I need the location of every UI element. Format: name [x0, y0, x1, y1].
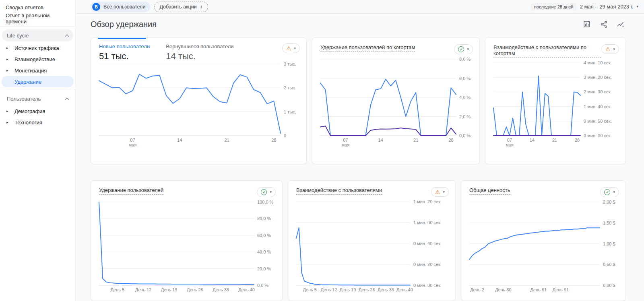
svg-text:0,00 $: 0,00 $ — [603, 283, 615, 288]
sidebar-item-label: Демография — [14, 108, 45, 114]
svg-text:1,00 $: 1,00 $ — [603, 241, 615, 246]
svg-text:14: 14 — [378, 138, 383, 142]
warning-icon: ⚠ — [435, 189, 440, 195]
data-quality-dropdown[interactable]: ✓ ▾ — [454, 44, 473, 54]
share-button[interactable] — [599, 19, 609, 29]
sidebar-item-label: Отчет в реальном времени — [6, 12, 70, 25]
svg-text:40,0 %: 40,0 % — [257, 249, 271, 254]
svg-text:28: 28 — [271, 138, 276, 142]
svg-text:День 19: День 19 — [161, 287, 178, 292]
chevron-down-icon: ▾ — [294, 47, 296, 50]
sidebar-item-label: Монетизация — [14, 68, 47, 74]
data-quality-dropdown[interactable]: ⚠ ▾ — [282, 43, 300, 53]
check-circle-icon: ✓ — [261, 189, 267, 195]
expand-arrow-icon: ▸ — [6, 120, 14, 124]
svg-text:28: 28 — [448, 138, 453, 142]
users-over-time-chart[interactable]: 3 тыс.2 тыс.1 тыс.007мая142128 — [98, 62, 301, 150]
chevron-down-icon: ▾ — [443, 190, 445, 194]
card-cohort-engagement: Взаимодействие с пользователями по когор… — [485, 37, 626, 164]
svg-text:21: 21 — [413, 138, 418, 142]
tab-new-users[interactable]: Новые пользователи 51 тыс. — [99, 43, 150, 62]
sidebar-item-engagement[interactable]: ▸ Взаимодействие — [2, 54, 74, 65]
sidebar-item-label: Удержание — [14, 79, 41, 85]
svg-text:День 19: День 19 — [340, 287, 356, 292]
svg-text:1 мин. 20 сек.: 1 мин. 20 сек. — [413, 199, 442, 204]
audience-chip[interactable]: B Все пользователи — [91, 2, 150, 12]
sidebar-item-label: Технология — [14, 120, 42, 126]
insights-button[interactable] — [615, 19, 626, 29]
chevron-down-icon: ▾ — [467, 47, 469, 51]
chevron-down-icon: ▾ — [613, 190, 615, 194]
sidebar-item-realtime[interactable]: Отчет в реальном времени — [0, 13, 75, 24]
svg-text:0,0 %: 0,0 % — [459, 133, 471, 138]
svg-text:День 26: День 26 — [359, 287, 375, 292]
svg-text:0,0 %: 0,0 % — [257, 283, 268, 288]
svg-text:0: 0 — [284, 133, 286, 138]
sidebar-section-user[interactable]: Пользователь — [2, 93, 73, 105]
sidebar-item-tech[interactable]: ▸ Технология — [2, 117, 74, 128]
date-range-selector[interactable]: 2 мая – 29 мая 2023 г. — [580, 4, 634, 10]
card-cohort-retention: Удержание пользователей по когортам ✓ ▾ … — [312, 37, 480, 164]
svg-text:07: 07 — [343, 138, 348, 142]
svg-text:День 5: День 5 — [111, 287, 125, 292]
expand-arrow-icon: ▸ — [6, 68, 14, 72]
card-lifetime-value: Общая ценность ✓ ▾ 2,00 $1,50 $1,00 $0,5… — [461, 180, 626, 301]
reports-sidebar: Сводка отчетов Отчет в реальном времени … — [0, 0, 76, 301]
svg-text:1 мин. 00 сек.: 1 мин. 00 сек. — [413, 220, 442, 225]
svg-text:День 40: День 40 — [396, 287, 413, 292]
data-quality-dropdown[interactable]: ✓ ▾ — [257, 187, 276, 197]
data-quality-dropdown[interactable]: ⚠ ▾ — [601, 44, 619, 54]
svg-text:День 91: День 91 — [552, 287, 569, 292]
svg-text:07: 07 — [507, 138, 512, 142]
customize-report-button[interactable] — [582, 19, 592, 29]
svg-text:День 33: День 33 — [378, 287, 394, 292]
lifetime-value-chart[interactable]: 2,00 $1,50 $1,00 $0,50 $0,00 $День 2День… — [469, 200, 620, 296]
page-header: Обзор удержания — [76, 14, 644, 29]
user-retention-chart[interactable]: 100,0 %80,0 %60,0 %40,0 %20,0 %0,0 %День… — [98, 200, 277, 296]
sidebar-item-retention[interactable]: Удержание — [2, 76, 74, 87]
sidebar-section-lifecycle[interactable]: Life cycle — [2, 29, 73, 41]
svg-text:1,50 $: 1,50 $ — [603, 221, 615, 225]
sidebar-item-label: Сводка отчетов — [6, 4, 43, 10]
svg-text:60,0 %: 60,0 % — [257, 233, 271, 238]
svg-text:21: 21 — [224, 138, 229, 142]
cohort-engagement-chart[interactable]: 4 мин. 10 сек.3 мин. 20 сек.2 мин. 30 се… — [493, 60, 620, 150]
data-quality-dropdown[interactable]: ✓ ▾ — [600, 187, 619, 197]
metric-value: 51 тыс. — [99, 51, 150, 62]
cards-row-2: Удержание пользователей ✓ ▾ 100,0 %80,0 … — [76, 180, 644, 301]
svg-text:День 40: День 40 — [238, 287, 255, 292]
sidebar-item-monetization[interactable]: ▸ Монетизация — [2, 65, 74, 76]
insights-icon — [617, 21, 625, 28]
svg-text:1 мин. 40 сек.: 1 мин. 40 сек. — [584, 104, 612, 109]
svg-text:4 мин. 10 сек.: 4 мин. 10 сек. — [584, 60, 612, 65]
card-title: Взаимодействие с пользователями по когор… — [493, 44, 601, 58]
svg-text:День 30: День 30 — [495, 287, 512, 292]
sidebar-item-acquisition[interactable]: ▸ Источник трафика — [2, 42, 74, 54]
svg-text:День 26: День 26 — [187, 287, 203, 292]
audience-avatar: B — [92, 3, 100, 11]
card-users-over-time: Новые пользователи 51 тыс. Вернувшиеся п… — [91, 37, 307, 164]
add-comparison-button[interactable]: Добавить акции + — [154, 2, 208, 12]
svg-text:0 мин. 20 сек.: 0 мин. 20 сек. — [413, 262, 442, 267]
sidebar-item-reports-snapshot[interactable]: Сводка отчетов — [0, 2, 75, 13]
svg-text:07: 07 — [130, 138, 135, 142]
svg-text:День 12: День 12 — [321, 287, 337, 292]
svg-text:0 мин. 50 сек.: 0 мин. 50 сек. — [584, 119, 612, 124]
chevron-up-icon — [65, 34, 69, 38]
sidebar-divider — [0, 27, 75, 27]
expand-arrow-icon: ▸ — [6, 57, 14, 61]
tab-returning-users[interactable]: Вернувшиеся пользователи 14 тыс. — [166, 43, 233, 62]
svg-text:День 5: День 5 — [303, 287, 317, 292]
svg-text:мая: мая — [129, 142, 137, 147]
sidebar-item-demographics[interactable]: ▸ Демография — [2, 105, 74, 117]
cohort-retention-chart[interactable]: 8,0 %6,0 %4,0 %2,0 %0,0 %07мая142128 — [320, 57, 474, 150]
card-user-engagement: Взаимодействие с пользователями ⚠ ▾ 1 ми… — [288, 180, 456, 301]
expand-arrow-icon: ▸ — [6, 109, 14, 113]
svg-text:2 мин. 30 сек.: 2 мин. 30 сек. — [584, 89, 612, 94]
user-engagement-chart[interactable]: 1 мин. 20 сек.1 мин. 00 сек.0 мин. 40 се… — [295, 199, 450, 296]
plus-icon: + — [200, 4, 203, 10]
date-preset-badge: последние 28 дней — [531, 3, 577, 10]
data-quality-dropdown[interactable]: ⚠ ▾ — [431, 187, 449, 197]
svg-text:2,0 %: 2,0 % — [459, 114, 471, 119]
sidebar-divider — [0, 90, 75, 90]
